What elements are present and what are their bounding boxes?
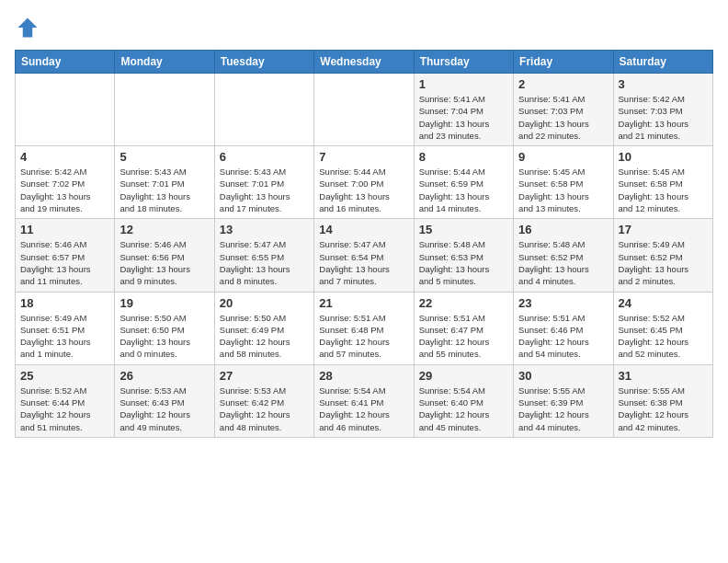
day-number: 3 (619, 77, 708, 91)
logo (15, 15, 44, 40)
day-number: 1 (419, 77, 508, 91)
day-number: 2 (518, 77, 608, 91)
day-info: Sunrise: 5:51 AM Sunset: 6:47 PM Dayligh… (419, 312, 508, 361)
calendar-cell: 23Sunrise: 5:51 AM Sunset: 6:46 PM Dayli… (514, 292, 613, 364)
day-number: 12 (119, 223, 209, 236)
day-info: Sunrise: 5:46 AM Sunset: 6:57 PM Dayligh… (20, 238, 109, 287)
day-info: Sunrise: 5:54 AM Sunset: 6:41 PM Dayligh… (319, 385, 408, 433)
calendar-cell: 1Sunrise: 5:41 AM Sunset: 7:04 PM Daylig… (414, 74, 513, 146)
day-header-sunday: Sunday (16, 51, 115, 74)
calendar-cell (115, 74, 214, 146)
calendar-week-row: 18Sunrise: 5:49 AM Sunset: 6:51 PM Dayli… (16, 292, 713, 364)
calendar-cell: 19Sunrise: 5:50 AM Sunset: 6:50 PM Dayli… (115, 292, 214, 364)
calendar-week-row: 4Sunrise: 5:42 AM Sunset: 7:02 PM Daylig… (16, 146, 713, 219)
day-info: Sunrise: 5:44 AM Sunset: 7:00 PM Dayligh… (319, 166, 408, 214)
day-number: 8 (419, 150, 508, 164)
day-number: 19 (119, 296, 209, 310)
calendar-cell: 10Sunrise: 5:45 AM Sunset: 6:58 PM Dayli… (613, 146, 712, 219)
calendar-cell: 8Sunrise: 5:44 AM Sunset: 6:59 PM Daylig… (414, 146, 513, 219)
day-number: 31 (619, 369, 708, 383)
calendar-cell (314, 74, 414, 146)
day-info: Sunrise: 5:52 AM Sunset: 6:45 PM Dayligh… (619, 312, 708, 361)
day-number: 7 (319, 150, 408, 164)
day-info: Sunrise: 5:48 AM Sunset: 6:52 PM Dayligh… (518, 238, 608, 287)
calendar-table: SundayMondayTuesdayWednesdayThursdayFrid… (15, 50, 713, 438)
day-header-saturday: Saturday (613, 51, 712, 74)
day-number: 27 (220, 369, 309, 383)
day-number: 10 (619, 150, 708, 164)
calendar-week-row: 25Sunrise: 5:52 AM Sunset: 6:44 PM Dayli… (16, 364, 713, 437)
calendar-cell: 29Sunrise: 5:54 AM Sunset: 6:40 PM Dayli… (414, 364, 513, 437)
calendar-cell: 14Sunrise: 5:47 AM Sunset: 6:54 PM Dayli… (314, 219, 414, 292)
calendar-week-row: 1Sunrise: 5:41 AM Sunset: 7:04 PM Daylig… (16, 74, 713, 146)
day-number: 26 (119, 369, 209, 383)
calendar-cell: 13Sunrise: 5:47 AM Sunset: 6:55 PM Dayli… (214, 219, 313, 292)
day-info: Sunrise: 5:45 AM Sunset: 6:58 PM Dayligh… (518, 166, 608, 214)
calendar-cell: 22Sunrise: 5:51 AM Sunset: 6:47 PM Dayli… (414, 292, 513, 364)
day-info: Sunrise: 5:41 AM Sunset: 7:04 PM Dayligh… (419, 93, 508, 142)
day-header-wednesday: Wednesday (314, 51, 414, 74)
calendar-cell: 27Sunrise: 5:53 AM Sunset: 6:42 PM Dayli… (214, 364, 313, 437)
day-info: Sunrise: 5:47 AM Sunset: 6:55 PM Dayligh… (220, 238, 309, 287)
day-info: Sunrise: 5:48 AM Sunset: 6:53 PM Dayligh… (419, 238, 508, 287)
calendar-cell: 11Sunrise: 5:46 AM Sunset: 6:57 PM Dayli… (16, 219, 115, 292)
calendar-cell: 21Sunrise: 5:51 AM Sunset: 6:48 PM Dayli… (314, 292, 414, 364)
days-header-row: SundayMondayTuesdayWednesdayThursdayFrid… (16, 51, 713, 74)
day-info: Sunrise: 5:53 AM Sunset: 6:42 PM Dayligh… (220, 385, 309, 433)
day-info: Sunrise: 5:54 AM Sunset: 6:40 PM Dayligh… (419, 385, 508, 433)
day-header-monday: Monday (115, 51, 214, 74)
day-info: Sunrise: 5:41 AM Sunset: 7:03 PM Dayligh… (518, 93, 608, 142)
day-header-friday: Friday (514, 51, 613, 74)
calendar-cell: 26Sunrise: 5:53 AM Sunset: 6:43 PM Dayli… (115, 364, 214, 437)
calendar-cell: 4Sunrise: 5:42 AM Sunset: 7:02 PM Daylig… (16, 146, 115, 219)
day-number: 23 (518, 296, 608, 310)
day-info: Sunrise: 5:55 AM Sunset: 6:39 PM Dayligh… (518, 385, 608, 433)
day-info: Sunrise: 5:49 AM Sunset: 6:51 PM Dayligh… (20, 312, 109, 361)
calendar-cell: 16Sunrise: 5:48 AM Sunset: 6:52 PM Dayli… (514, 219, 613, 292)
day-number: 16 (518, 223, 608, 236)
calendar-cell: 3Sunrise: 5:42 AM Sunset: 7:03 PM Daylig… (613, 74, 712, 146)
day-number: 30 (518, 369, 608, 383)
day-info: Sunrise: 5:45 AM Sunset: 6:58 PM Dayligh… (619, 166, 708, 214)
day-number: 28 (319, 369, 408, 383)
calendar-cell: 2Sunrise: 5:41 AM Sunset: 7:03 PM Daylig… (514, 74, 613, 146)
day-info: Sunrise: 5:46 AM Sunset: 6:56 PM Dayligh… (119, 238, 209, 287)
day-number: 15 (419, 223, 508, 236)
day-number: 9 (518, 150, 608, 164)
calendar-cell: 15Sunrise: 5:48 AM Sunset: 6:53 PM Dayli… (414, 219, 513, 292)
calendar-cell: 20Sunrise: 5:50 AM Sunset: 6:49 PM Dayli… (214, 292, 313, 364)
calendar-cell: 5Sunrise: 5:43 AM Sunset: 7:01 PM Daylig… (115, 146, 214, 219)
day-number: 21 (319, 296, 408, 310)
calendar-cell: 18Sunrise: 5:49 AM Sunset: 6:51 PM Dayli… (16, 292, 115, 364)
day-number: 20 (220, 296, 309, 310)
day-info: Sunrise: 5:53 AM Sunset: 6:43 PM Dayligh… (119, 385, 209, 433)
day-info: Sunrise: 5:43 AM Sunset: 7:01 PM Dayligh… (119, 166, 209, 214)
day-info: Sunrise: 5:51 AM Sunset: 6:48 PM Dayligh… (319, 312, 408, 361)
day-info: Sunrise: 5:42 AM Sunset: 7:03 PM Dayligh… (619, 93, 708, 142)
svg-marker-1 (18, 18, 38, 38)
day-number: 5 (119, 150, 209, 164)
day-info: Sunrise: 5:55 AM Sunset: 6:38 PM Dayligh… (619, 385, 708, 433)
logo-icon (15, 15, 40, 40)
calendar-cell (16, 74, 115, 146)
day-info: Sunrise: 5:43 AM Sunset: 7:01 PM Dayligh… (220, 166, 309, 214)
calendar-cell: 30Sunrise: 5:55 AM Sunset: 6:39 PM Dayli… (514, 364, 613, 437)
calendar-cell (214, 74, 313, 146)
day-number: 22 (419, 296, 508, 310)
day-number: 6 (220, 150, 309, 164)
day-info: Sunrise: 5:50 AM Sunset: 6:49 PM Dayligh… (220, 312, 309, 361)
day-info: Sunrise: 5:50 AM Sunset: 6:50 PM Dayligh… (119, 312, 209, 361)
page-header (15, 15, 713, 40)
day-number: 11 (20, 223, 109, 236)
day-header-tuesday: Tuesday (214, 51, 313, 74)
day-number: 13 (220, 223, 309, 236)
day-header-thursday: Thursday (414, 51, 513, 74)
day-info: Sunrise: 5:51 AM Sunset: 6:46 PM Dayligh… (518, 312, 608, 361)
calendar-cell: 12Sunrise: 5:46 AM Sunset: 6:56 PM Dayli… (115, 219, 214, 292)
day-info: Sunrise: 5:44 AM Sunset: 6:59 PM Dayligh… (419, 166, 508, 214)
day-number: 24 (619, 296, 708, 310)
calendar-cell: 6Sunrise: 5:43 AM Sunset: 7:01 PM Daylig… (214, 146, 313, 219)
day-info: Sunrise: 5:47 AM Sunset: 6:54 PM Dayligh… (319, 238, 408, 287)
day-number: 29 (419, 369, 508, 383)
calendar-cell: 9Sunrise: 5:45 AM Sunset: 6:58 PM Daylig… (514, 146, 613, 219)
